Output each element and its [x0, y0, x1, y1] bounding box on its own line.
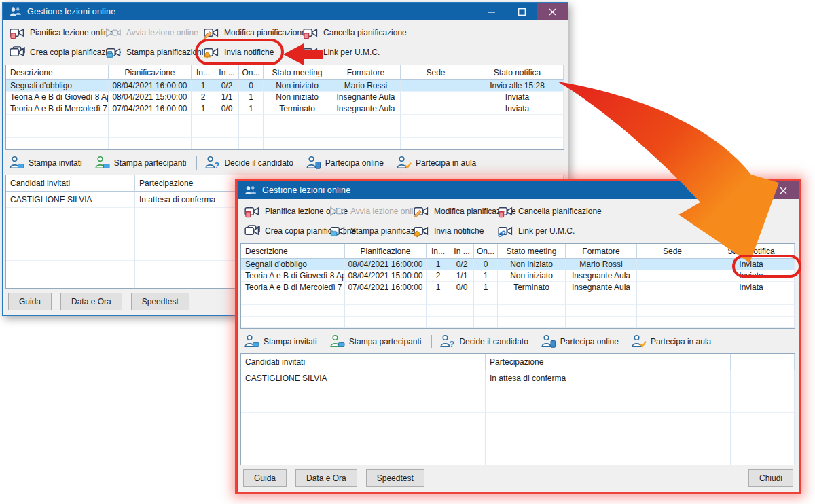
schedule-cell[interactable]: 1	[474, 282, 498, 293]
button-data-e-ora[interactable]: Data e Ora	[60, 293, 122, 310]
toolbar-button-link-per-u-m-c[interactable]: Link per U.M.C.	[303, 46, 562, 59]
button-data-e-ora[interactable]: Data e Ora	[295, 469, 357, 487]
column-header-sede[interactable]: Sede	[401, 65, 471, 80]
schedule-cell[interactable]: Segnali d'obbligo	[241, 259, 345, 270]
schedule-cell[interactable]: Inviata	[708, 282, 795, 293]
schedule-cell[interactable]: 1	[192, 80, 215, 92]
schedule-cell[interactable]: Terminato	[264, 103, 331, 115]
schedule-cell[interactable]: 07/04/2021 16:00:00	[109, 103, 192, 115]
minimize-button[interactable]	[707, 181, 738, 199]
toolbar-button-link-per-u-m-c[interactable]: Link per U.M.C.	[498, 224, 793, 238]
schedule-cell[interactable]: Terminato	[498, 282, 566, 293]
schedule-cell[interactable]: 08/04/2021 15:00:00	[345, 270, 427, 282]
toolbar-button-pianifica-lezione-online[interactable]: Pianifica lezione online	[244, 204, 330, 218]
toolbar-button-partecipa-online[interactable]: Partecipa online	[306, 156, 384, 171]
schedule-cell[interactable]: Mario Rossi	[331, 80, 401, 92]
column-header-pianificazione[interactable]: Pianificazione	[109, 65, 192, 80]
schedule-cell[interactable]: Inviata	[708, 270, 795, 282]
schedule-cell[interactable]: Insegnante Aula	[566, 270, 637, 282]
candidate-cell[interactable]: In attesa di conferma	[486, 370, 731, 386]
toolbar-button-partecipa-online[interactable]: Partecipa online	[541, 334, 619, 350]
toolbar-button-invia-notifiche[interactable]: Invia notifiche	[204, 46, 303, 59]
toolbar-button-partecipa-in-aula[interactable]: Partecipa in aula	[397, 156, 476, 171]
toolbar-button-cancella-pianificazione[interactable]: Cancella pianificazione	[498, 204, 793, 218]
column-header-candidati-invitati[interactable]: Candidati invitati	[241, 354, 486, 370]
column-header-descrizione[interactable]: Descrizione	[6, 65, 109, 80]
schedule-cell[interactable]: Teoria A e B di Giovedì 8 Aprile..	[241, 270, 345, 282]
toolbar-button-stampa-partecipanti[interactable]: Stampa partecipanti	[330, 334, 422, 350]
toolbar-button-crea-copia-pianificazione[interactable]: Crea copia pianificazione	[10, 46, 106, 59]
column-header-sede[interactable]: Sede	[637, 244, 708, 259]
column-header-in[interactable]: In ...	[215, 65, 239, 80]
toolbar-button-modifica-pianificazione[interactable]: Modifica pianificazione	[204, 26, 303, 39]
schedule-cell[interactable]: 08/04/2021 16:00:00	[109, 80, 192, 92]
schedule-cell[interactable]: 1	[427, 259, 450, 270]
toolbar-button-decide-il-candidato[interactable]: ?Decide il candidato	[440, 334, 528, 350]
toolbar-button-cancella-pianificazione[interactable]: Cancella pianificazione	[303, 26, 562, 39]
column-header-stato-notifica[interactable]: Stato notifica	[708, 244, 795, 259]
schedule-cell[interactable]	[637, 259, 708, 270]
toolbar-button-modifica-pianificazione[interactable]: Modifica pianificazione	[414, 204, 498, 218]
schedule-cell[interactable]: Mario Rossi	[566, 259, 637, 270]
column-header-pianificazione[interactable]: Pianificazione	[345, 244, 427, 259]
toolbar-button-stampa-pianificazioni[interactable]: Stampa pianificazioni	[330, 224, 414, 238]
close-button[interactable]	[768, 181, 799, 199]
toolbar-button-partecipa-in-aula[interactable]: Partecipa in aula	[632, 334, 711, 350]
schedule-cell[interactable]: Inviata	[471, 92, 564, 103]
schedule-cell[interactable]: Inviata	[708, 259, 795, 270]
column-header-stato-notifica[interactable]: Stato notifica	[471, 65, 564, 80]
schedule-cell[interactable]: 0/0	[450, 282, 474, 293]
schedule-cell[interactable]: 07/04/2021 16:00:00	[345, 282, 427, 293]
schedule-cell[interactable]: 0	[239, 80, 264, 92]
toolbar-button-stampa-invitati[interactable]: Stampa invitati	[10, 156, 82, 171]
schedule-cell[interactable]: 08/04/2021 15:00:00	[109, 92, 192, 103]
schedule-cell[interactable]: 1/1	[450, 270, 474, 282]
schedule-cell[interactable]: Insegnante Aula	[331, 103, 401, 115]
button-guida[interactable]: Guida	[243, 469, 287, 487]
maximize-button[interactable]	[738, 181, 768, 199]
button-chiudi[interactable]: Chiudi	[748, 469, 793, 487]
schedule-cell[interactable]: Insegnante Aula	[566, 282, 637, 293]
toolbar-button-decide-il-candidato[interactable]: ?Decide il candidato	[205, 156, 293, 171]
schedule-cell[interactable]: Insegnante Aula	[331, 92, 401, 103]
column-header-in[interactable]: In...	[192, 65, 215, 80]
button-guida[interactable]: Guida	[8, 293, 52, 310]
schedule-cell[interactable]: 1/1	[215, 92, 239, 103]
schedule-cell[interactable]: Segnali d'obbligo	[6, 80, 109, 92]
schedule-cell[interactable]: 1	[474, 270, 498, 282]
toolbar-button-stampa-partecipanti[interactable]: Stampa partecipanti	[95, 156, 187, 171]
column-header-in[interactable]: In ...	[450, 244, 474, 259]
schedule-cell[interactable]: 08/04/2021 16:00:00	[345, 259, 427, 270]
column-header-descrizione[interactable]: Descrizione	[241, 244, 345, 259]
schedule-cell[interactable]: 1	[239, 92, 264, 103]
schedule-cell[interactable]: Teoria A e B di Giovedì 8 Aprile..	[6, 92, 109, 103]
toolbar-button-stampa-pianificazioni[interactable]: Stampa pianificazioni	[106, 46, 204, 59]
schedule-cell[interactable]: Teoria A e B di Mercoledì 7 Apr..	[6, 103, 109, 115]
button-speedtest[interactable]: Speedtest	[366, 469, 424, 487]
schedule-cell[interactable]	[401, 103, 471, 115]
column-header-formatore[interactable]: Formatore	[566, 244, 637, 259]
column-header-candidati-invitati[interactable]: Candidati invitati	[6, 175, 135, 192]
schedule-cell[interactable]	[637, 270, 708, 282]
schedule-cell[interactable]: 2	[192, 92, 215, 103]
schedule-cell[interactable]: 1	[427, 282, 450, 293]
candidate-cell[interactable]: CASTIGLIONE SILVIA	[241, 370, 486, 386]
column-header-on[interactable]: On...	[239, 65, 264, 80]
schedule-cell[interactable]: Invio alle 15:28	[471, 80, 564, 92]
schedule-cell[interactable]: 0/0	[215, 103, 239, 115]
column-header-on[interactable]: On...	[474, 244, 498, 259]
toolbar-button-crea-copia-pianificazione[interactable]: Crea copia pianificazione	[244, 224, 330, 238]
schedule-cell[interactable]: 2	[427, 270, 450, 282]
schedule-cell[interactable]	[637, 282, 708, 293]
button-speedtest[interactable]: Speedtest	[131, 293, 189, 310]
column-header-stato-meeting[interactable]: Stato meeting	[498, 244, 566, 259]
schedule-cell[interactable]: Non iniziato	[264, 80, 331, 92]
toolbar-button-pianifica-lezione-online[interactable]: Pianifica lezione online	[10, 26, 106, 39]
schedule-cell[interactable]: 0/2	[450, 259, 474, 270]
schedule-cell[interactable]: Non iniziato	[498, 259, 566, 270]
schedule-cell[interactable]: 1	[192, 103, 215, 115]
column-header-stato-meeting[interactable]: Stato meeting	[264, 65, 331, 80]
maximize-button[interactable]	[507, 3, 537, 20]
minimize-button[interactable]	[476, 3, 507, 20]
schedule-cell[interactable]: Teoria A e B di Mercoledì 7 Apr..	[241, 282, 345, 293]
